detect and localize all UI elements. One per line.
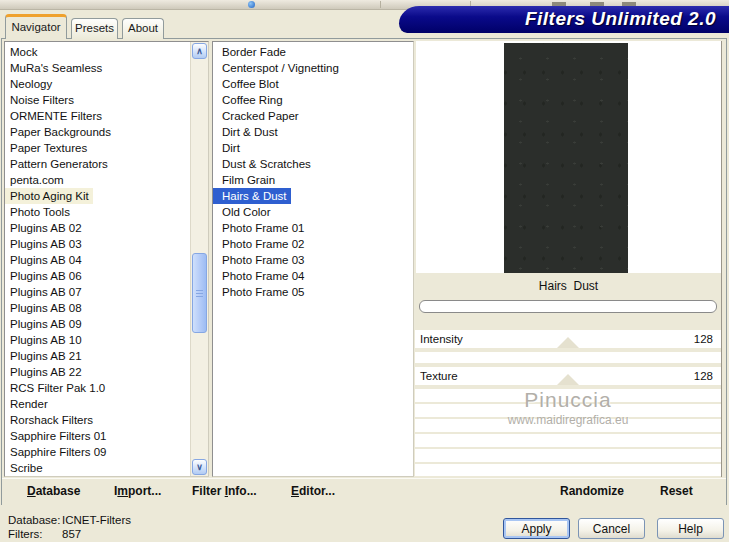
preview-caption: Hairs Dust — [416, 273, 721, 299]
list-item[interactable]: penta.com — [5, 172, 208, 188]
list-item[interactable]: Plugins AB 09 — [5, 316, 208, 332]
empty-slider-strip — [415, 434, 721, 447]
list-item[interactable]: Plugins AB 04 — [5, 252, 208, 268]
intensity-slider[interactable]: Intensity 128 — [415, 330, 721, 348]
texture-value: 128 — [694, 367, 713, 385]
list-item[interactable]: Dirt — [213, 140, 413, 156]
filters-count-label: Filters: — [8, 528, 43, 540]
list-item[interactable]: Cracked Paper — [213, 108, 413, 124]
list-item[interactable]: Photo Aging Kit — [5, 188, 93, 204]
randomize-button[interactable]: Randomize — [560, 479, 624, 504]
apply-button[interactable]: Apply — [503, 518, 570, 539]
tab-about[interactable]: About — [122, 18, 164, 39]
intensity-label: Intensity — [420, 330, 463, 348]
label-part: atabase — [36, 484, 81, 498]
plugin-title-banner: Filters Unlimited 2.0 — [399, 6, 729, 33]
list-item[interactable]: Plugins AB 08 — [5, 300, 208, 316]
database-button[interactable]: Database — [27, 479, 80, 504]
list-item[interactable]: Scribe — [5, 460, 208, 476]
list-item[interactable]: Paper Textures — [5, 140, 208, 156]
render-progress-bar — [419, 300, 717, 313]
list-item[interactable]: Noise Filters — [5, 92, 208, 108]
database-status-value: ICNET-Filters — [62, 514, 131, 526]
list-item[interactable]: Plugins AB 07 — [5, 284, 208, 300]
editor-button[interactable]: Editor... — [291, 479, 335, 504]
list-item[interactable]: Photo Tools — [5, 204, 208, 220]
label-mnemonic: D — [27, 484, 36, 498]
texture-slider[interactable]: Texture 128 — [415, 367, 721, 385]
category-listbox[interactable]: MockMuRa's SeamlessNeologyNoise FiltersO… — [4, 41, 209, 477]
tab-presets[interactable]: Presets — [71, 18, 118, 39]
list-item[interactable]: Photo Frame 05 — [213, 284, 413, 300]
label-part: nfo... — [228, 484, 257, 498]
list-item[interactable]: Sapphire Filters 09 — [5, 444, 208, 460]
preview-panel: Hairs Dust Intensity 128 Texture 128 — [415, 41, 722, 477]
list-item[interactable]: Paper Backgrounds — [5, 124, 208, 140]
scroll-down-icon[interactable]: ∨ — [192, 459, 207, 475]
filter-info-button[interactable]: Filter Info... — [192, 479, 257, 504]
preview-background — [416, 41, 721, 273]
texture-label: Texture — [420, 367, 458, 385]
label-part: Filter — [192, 484, 225, 498]
plugin-title: Filters Unlimited 2.0 — [525, 8, 716, 29]
tab-navigator[interactable]: Navigator — [5, 14, 67, 39]
browser-icon — [248, 1, 255, 8]
list-item[interactable]: Photo Frame 04 — [213, 268, 413, 284]
list-item[interactable]: Mock — [5, 44, 208, 60]
list-item[interactable]: Coffee Blot — [213, 76, 413, 92]
list-item[interactable]: Old Color — [213, 204, 413, 220]
label-mnemonic: m — [117, 484, 128, 498]
database-status-label: Database: — [8, 514, 60, 526]
navigator-tab-panel: MockMuRa's SeamlessNeologyNoise FiltersO… — [1, 38, 727, 505]
scrollbar-thumb[interactable] — [192, 253, 207, 333]
empty-slider-strip — [415, 449, 721, 462]
list-item[interactable]: Plugins AB 22 — [5, 364, 208, 380]
watermark-url: www.maidiregrafica.eu — [415, 413, 721, 427]
list-item[interactable]: Border Fade — [213, 44, 413, 60]
label-mnemonic: E — [291, 484, 299, 498]
list-item[interactable]: Rorshack Filters — [5, 412, 208, 428]
list-item[interactable]: Plugins AB 03 — [5, 236, 208, 252]
category-items: MockMuRa's SeamlessNeologyNoise FiltersO… — [5, 42, 208, 476]
watermark-name: Pinuccia — [415, 388, 721, 412]
list-item[interactable]: Photo Frame 01 — [213, 220, 413, 236]
list-item[interactable]: MuRa's Seamless — [5, 60, 208, 76]
filter-preview-image — [504, 43, 628, 273]
label-part: port... — [128, 484, 161, 498]
help-button[interactable]: Help — [657, 518, 724, 539]
intensity-value: 128 — [694, 330, 713, 348]
list-item[interactable]: Neology — [5, 76, 208, 92]
filter-items: Border FadeCenterspot / VignettingCoffee… — [213, 42, 413, 300]
list-item[interactable]: Coffee Ring — [213, 92, 413, 108]
category-scrollbar[interactable]: ∧ ∨ — [190, 42, 208, 476]
empty-slider-strip — [415, 464, 721, 476]
list-item[interactable]: Plugins AB 21 — [5, 348, 208, 364]
list-item[interactable]: Render — [5, 396, 208, 412]
list-item[interactable]: Plugins AB 02 — [5, 220, 208, 236]
scroll-up-icon[interactable]: ∧ — [192, 43, 207, 59]
list-item[interactable]: Dirt & Dust — [213, 124, 413, 140]
list-item[interactable]: Hairs & Dust — [213, 188, 291, 204]
list-item[interactable]: Dust & Scratches — [213, 156, 413, 172]
list-item[interactable]: Pattern Generators — [5, 156, 208, 172]
list-item[interactable]: Film Grain — [213, 172, 413, 188]
list-item[interactable]: Centerspot / Vignetting — [213, 60, 413, 76]
empty-slider-strip — [415, 352, 721, 363]
list-item[interactable]: Plugins AB 10 — [5, 332, 208, 348]
import-button[interactable]: Import... — [114, 479, 161, 504]
list-item[interactable]: Photo Frame 03 — [213, 252, 413, 268]
slider-thumb-icon[interactable] — [557, 374, 579, 385]
slider-thumb-icon[interactable] — [557, 337, 579, 348]
reset-button[interactable]: Reset — [660, 479, 693, 504]
label-part: ditor... — [299, 484, 335, 498]
bottom-toolbar: Database Import... Filter Info... Editor… — [2, 478, 726, 505]
filter-listbox[interactable]: Border FadeCenterspot / VignettingCoffee… — [212, 41, 414, 477]
filters-count-value: 857 — [62, 528, 81, 540]
list-item[interactable]: ORMENTE Filters — [5, 108, 208, 124]
list-item[interactable]: RCS Filter Pak 1.0 — [5, 380, 208, 396]
list-item[interactable]: Plugins AB 06 — [5, 268, 208, 284]
filters-unlimited-dialog: Filters Unlimited 2.0 Navigator Presets … — [0, 0, 729, 542]
list-item[interactable]: Photo Frame 02 — [213, 236, 413, 252]
cancel-button[interactable]: Cancel — [578, 518, 645, 539]
list-item[interactable]: Sapphire Filters 01 — [5, 428, 208, 444]
